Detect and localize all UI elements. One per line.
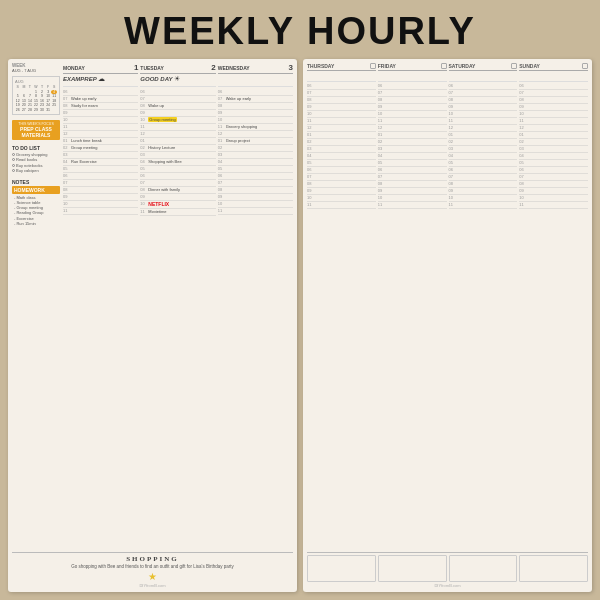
hour-row: 11 [449, 202, 518, 209]
right-day-col-sunday: SUNDAY0607080910111201020304050607080910… [519, 63, 588, 550]
hour-row: 07 [519, 90, 588, 97]
hour-row: 07 [140, 180, 215, 187]
hour-row: 06 [378, 167, 447, 174]
hour-row: 02 [218, 145, 293, 152]
hour-row: 09 [63, 110, 138, 117]
hour-row: 06 [519, 167, 588, 174]
left-page: WEEK AUG - 7 AUG AUG SMTWTFS123456789101… [8, 59, 297, 592]
hour-row: 06 [63, 89, 138, 96]
right-bottom-box-2 [378, 555, 447, 582]
highlighted-event: Group meeting [148, 117, 176, 122]
hour-row: 11Grocery shopping [218, 124, 293, 131]
hour-row: 08Wake up [140, 103, 215, 110]
day-checkbox[interactable] [511, 63, 517, 69]
hour-row: 11 [307, 202, 376, 209]
notes-item: - Math class [12, 195, 60, 200]
hour-row: 11 [378, 118, 447, 125]
hour-row: 12 [218, 131, 293, 138]
day-title-area: GOOD DAY ☀ [140, 75, 215, 87]
hour-row: 10 [218, 201, 293, 208]
day-checkbox[interactable] [370, 63, 376, 69]
hour-row: 08 [378, 97, 447, 104]
title-area: WEEKLY HOURLY [0, 0, 600, 59]
hour-row: 08 [307, 181, 376, 188]
hour-row: 07 [449, 90, 518, 97]
hour-row: 01 [140, 138, 215, 145]
right-bottom-box-4 [519, 555, 588, 582]
hour-row: 03 [63, 152, 138, 159]
notes-item: - Run 15min [12, 221, 60, 226]
day-title-space [449, 72, 518, 82]
hour-row: 10Group meeting [140, 117, 215, 124]
day-header: MONDAY1 [63, 63, 138, 74]
right-day-header: FRIDAY [378, 63, 447, 71]
day-header: WEDNESDAY3 [218, 63, 293, 74]
day-col-monday: MONDAY1EXAMPREP ☁0607Wake up early08Stud… [63, 63, 138, 550]
hour-row: 11 [140, 124, 215, 131]
todo-circle [12, 164, 15, 167]
schedule-area: MONDAY1EXAMPREP ☁0607Wake up early08Stud… [63, 63, 293, 550]
week-label: WEEK AUG - 7 AUG [12, 63, 60, 73]
weather-icon: ☀ [174, 75, 180, 83]
notes-item: - Science table [12, 200, 60, 205]
hour-row: 09 [519, 188, 588, 195]
star-icon: ★ [12, 571, 293, 582]
hour-row: 12 [63, 131, 138, 138]
hour-row: 05 [63, 166, 138, 173]
hour-row: 09 [218, 194, 293, 201]
hour-row: 09 [378, 188, 447, 195]
hour-row: 07 [218, 180, 293, 187]
day-title-space [307, 72, 376, 82]
hour-row: 06 [307, 83, 376, 90]
hour-row: 05 [378, 160, 447, 167]
day-title-space [519, 72, 588, 82]
netflix-text: NETFLIX [148, 201, 169, 207]
hour-row: 11 [378, 202, 447, 209]
hour-row: 10 [449, 111, 518, 118]
hour-row: 06 [218, 89, 293, 96]
hour-row: 10 [519, 195, 588, 202]
hour-row: 08 [218, 103, 293, 110]
hour-row: 07Wake up early [63, 96, 138, 103]
hour-row: 03 [140, 152, 215, 159]
mini-calendar: AUG SMTWTFS12345678910111213141516171819… [12, 76, 60, 115]
hour-row: 09 [140, 194, 215, 201]
hour-row: 08 [449, 181, 518, 188]
right-day-col-saturday: SATURDAY06070809101112010203040506070809… [449, 63, 518, 550]
hour-row: 09 [519, 104, 588, 111]
right-day-col-friday: FRIDAY0607080910111201020304050607080910… [378, 63, 447, 550]
hour-row: 08 [63, 187, 138, 194]
right-day-col-thursday: THURSDAY06070809101112010203040506070809… [307, 63, 376, 550]
hour-row: 08 [519, 97, 588, 104]
hour-row: 05 [449, 160, 518, 167]
hour-row: 12 [519, 125, 588, 132]
notes-item: - Group meeting [12, 205, 60, 210]
hour-row: 01 [449, 132, 518, 139]
todo-item: Buy calcipen [12, 168, 60, 173]
hour-row: 07Wake up early [218, 96, 293, 103]
day-checkbox[interactable] [441, 63, 447, 69]
hour-row: 03 [218, 152, 293, 159]
hour-row: 06 [140, 89, 215, 96]
hour-row: 06 [307, 167, 376, 174]
hour-row: 02 [519, 139, 588, 146]
hour-row: 03 [378, 146, 447, 153]
hour-row: 07 [307, 174, 376, 181]
hour-row: 02 [378, 139, 447, 146]
hour-row: 11 [519, 118, 588, 125]
hour-row: 08 [449, 97, 518, 104]
weather-icon: ☁ [98, 75, 105, 83]
hour-row: 06 [449, 167, 518, 174]
day-checkbox[interactable] [582, 63, 588, 69]
hour-row: 08 [218, 187, 293, 194]
main-title: WEEKLY HOURLY [0, 10, 600, 53]
day-title-area [218, 75, 293, 87]
hour-row: 09 [63, 194, 138, 201]
hour-row: 11 [307, 118, 376, 125]
hour-row: 11 [218, 208, 293, 215]
hour-row: 02 [449, 139, 518, 146]
hour-row: 06 [519, 83, 588, 90]
hour-row: 11 [519, 202, 588, 209]
right-day-header: THURSDAY [307, 63, 376, 71]
hour-row: 01 [378, 132, 447, 139]
